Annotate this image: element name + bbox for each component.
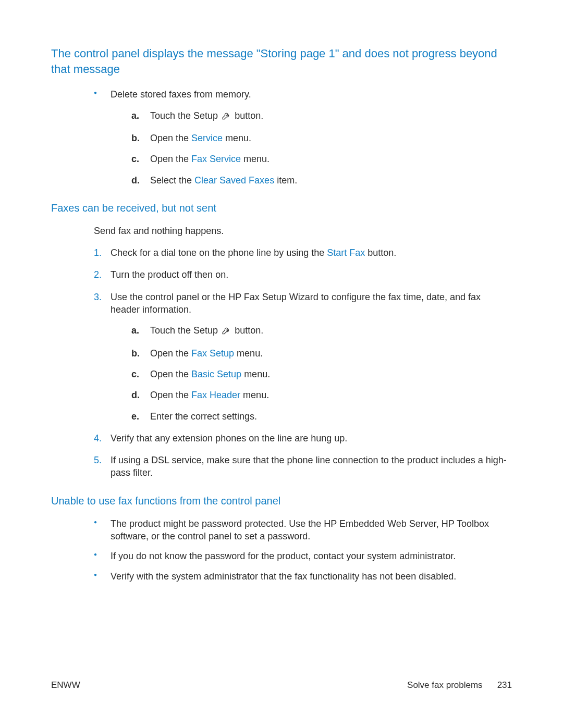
- body-text: Touch the Setup: [150, 325, 218, 336]
- footer-section-title: Solve fax problems: [407, 680, 483, 692]
- footer-right: Solve fax problems 231: [407, 680, 512, 692]
- list-marker: a.: [131, 324, 139, 337]
- section1-bullet-list: Delete stored faxes from memory. a. Touc…: [94, 88, 510, 186]
- body-text: If you do not know the password for the …: [111, 551, 456, 561]
- list-item: b. Open the Service menu.: [131, 132, 510, 144]
- body-text: Verify that any extension phones on the …: [111, 433, 347, 443]
- body-text: Check for a dial tone on the phone line …: [111, 248, 327, 258]
- body-text: Turn the product off then on.: [111, 269, 228, 280]
- body-text: menu.: [234, 348, 263, 359]
- list-marker: 4.: [94, 432, 102, 445]
- list-item: a. Touch the Setup button.: [131, 324, 510, 338]
- body-text: menu.: [240, 390, 269, 400]
- list-marker: d.: [131, 174, 140, 187]
- body-text: button.: [365, 248, 396, 258]
- list-marker: a.: [131, 109, 139, 122]
- wrench-icon: [222, 326, 231, 338]
- wrench-icon: [222, 111, 231, 124]
- button-name: Start Fax: [327, 248, 365, 258]
- body-text: Verify with the system administrator tha…: [111, 571, 456, 582]
- menu-name: Fax Header: [191, 390, 240, 400]
- list-item: 1. Check for a dial tone on the phone li…: [94, 246, 510, 259]
- list-item: 4. Verify that any extension phones on t…: [94, 432, 510, 445]
- page-content: The control panel displays the message "…: [51, 46, 510, 590]
- footer-left: ENWW: [51, 680, 80, 692]
- section-heading-storing-page: The control panel displays the message "…: [51, 46, 510, 77]
- list-marker: d.: [131, 389, 140, 401]
- list-marker: b.: [131, 347, 140, 360]
- numbered-list: 1. Check for a dial tone on the phone li…: [94, 246, 510, 479]
- intro-text: Send fax and nothing happens.: [94, 225, 510, 237]
- list-marker: 5.: [94, 454, 102, 466]
- list-item: 3. Use the control panel or the HP Fax S…: [94, 291, 510, 423]
- list-item: 2. Turn the product off then on.: [94, 268, 510, 281]
- body-text: menu.: [223, 133, 251, 143]
- body-text: If using a DSL service, make sure that t…: [111, 455, 507, 478]
- list-marker: e.: [131, 410, 139, 423]
- body-text: Open the: [150, 348, 191, 359]
- menu-name: Clear Saved Faxes: [194, 175, 274, 186]
- list-item: d. Select the Clear Saved Faxes item.: [131, 174, 510, 187]
- list-marker: 1.: [94, 246, 102, 259]
- body-text: Use the control panel or the HP Fax Setu…: [111, 292, 481, 315]
- list-item: b. Open the Fax Setup menu.: [131, 347, 510, 360]
- section3-bullet-list: The product might be password protected.…: [94, 517, 510, 583]
- list-item: If you do not know the password for the …: [94, 550, 510, 562]
- alpha-list: a. Touch the Setup button. b. Open the F…: [131, 324, 510, 422]
- list-item: 5. If using a DSL service, make sure tha…: [94, 454, 510, 479]
- body-text: menu.: [241, 369, 270, 379]
- list-item: c. Open the Basic Setup menu.: [131, 368, 510, 380]
- body-text: Open the: [150, 154, 191, 164]
- body-text: Touch the Setup: [150, 110, 218, 121]
- list-marker: 3.: [94, 291, 102, 303]
- page-footer: ENWW Solve fax problems 231: [51, 680, 512, 692]
- body-text: Open the: [150, 390, 191, 400]
- body-text: Select the: [150, 175, 194, 186]
- list-item: d. Open the Fax Header menu.: [131, 389, 510, 401]
- list-item: a. Touch the Setup button.: [131, 109, 510, 124]
- menu-name: Fax Setup: [191, 348, 234, 359]
- body-text: The product might be password protected.…: [111, 519, 489, 541]
- list-item: e. Enter the correct settings.: [131, 410, 510, 423]
- body-text: Open the: [150, 369, 191, 379]
- list-item: Delete stored faxes from memory. a. Touc…: [94, 88, 510, 186]
- list-item: Verify with the system administrator tha…: [94, 570, 510, 583]
- section-heading-unable-fax: Unable to use fax functions from the con…: [51, 494, 510, 508]
- list-marker: c.: [131, 368, 139, 380]
- body-text: button.: [235, 110, 263, 121]
- menu-name: Fax Service: [191, 154, 241, 164]
- alpha-list: a. Touch the Setup button. b. Open the S…: [131, 109, 510, 187]
- body-text: Enter the correct settings.: [150, 411, 257, 422]
- page-number: 231: [497, 680, 512, 692]
- list-item: The product might be password protected.…: [94, 517, 510, 543]
- body-text: Open the: [150, 133, 191, 143]
- body-text: button.: [235, 325, 263, 336]
- list-marker: c.: [131, 153, 139, 165]
- section-heading-faxes-received: Faxes can be received, but not sent: [51, 201, 510, 215]
- body-text: menu.: [241, 154, 270, 164]
- menu-name: Basic Setup: [191, 369, 241, 379]
- list-marker: 2.: [94, 268, 102, 281]
- body-text: item.: [274, 175, 297, 186]
- body-text: Delete stored faxes from memory.: [111, 89, 251, 100]
- menu-name: Service: [191, 133, 223, 143]
- list-item: c. Open the Fax Service menu.: [131, 153, 510, 165]
- list-marker: b.: [131, 132, 140, 144]
